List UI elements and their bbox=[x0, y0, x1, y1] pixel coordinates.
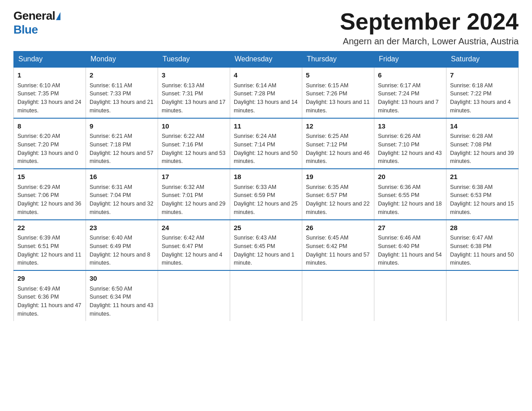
day-info: Sunrise: 6:38 AMSunset: 6:53 PMDaylight:… bbox=[450, 183, 515, 217]
day-info: Sunrise: 6:39 AMSunset: 6:51 PMDaylight:… bbox=[17, 234, 82, 267]
month-title: September 2024 bbox=[340, 9, 519, 34]
calendar-table: SundayMondayTuesdayWednesdayThursdayFrid… bbox=[13, 51, 519, 321]
day-number: 4 bbox=[234, 70, 298, 81]
calendar-cell: 2Sunrise: 6:11 AMSunset: 7:33 PMDaylight… bbox=[86, 67, 158, 118]
day-info: Sunrise: 6:28 AMSunset: 7:08 PMDaylight:… bbox=[450, 132, 515, 166]
day-info: Sunrise: 6:45 AMSunset: 6:42 PMDaylight:… bbox=[306, 234, 370, 267]
day-number: 21 bbox=[450, 172, 515, 182]
calendar-cell bbox=[230, 270, 302, 321]
calendar-cell: 26Sunrise: 6:45 AMSunset: 6:42 PMDayligh… bbox=[302, 220, 374, 271]
calendar-cell: 30Sunrise: 6:50 AMSunset: 6:34 PMDayligh… bbox=[86, 270, 158, 321]
day-info: Sunrise: 6:47 AMSunset: 6:38 PMDaylight:… bbox=[450, 234, 515, 267]
day-info: Sunrise: 6:32 AMSunset: 7:01 PMDaylight:… bbox=[162, 183, 226, 217]
calendar-cell: 15Sunrise: 6:29 AMSunset: 7:06 PMDayligh… bbox=[14, 169, 86, 220]
day-number: 12 bbox=[306, 121, 370, 132]
day-number: 11 bbox=[234, 121, 298, 132]
calendar-week-row: 22Sunrise: 6:39 AMSunset: 6:51 PMDayligh… bbox=[14, 220, 519, 271]
column-header-saturday: Saturday bbox=[446, 51, 519, 68]
calendar-cell: 16Sunrise: 6:31 AMSunset: 7:04 PMDayligh… bbox=[86, 169, 158, 220]
day-number: 13 bbox=[378, 121, 442, 132]
day-number: 30 bbox=[90, 274, 154, 284]
calendar-cell: 13Sunrise: 6:26 AMSunset: 7:10 PMDayligh… bbox=[374, 118, 446, 169]
day-number: 1 bbox=[17, 70, 82, 81]
day-info: Sunrise: 6:46 AMSunset: 6:40 PMDaylight:… bbox=[378, 234, 442, 267]
calendar-cell: 17Sunrise: 6:32 AMSunset: 7:01 PMDayligh… bbox=[158, 169, 230, 220]
day-number: 20 bbox=[378, 172, 442, 182]
calendar-cell: 8Sunrise: 6:20 AMSunset: 7:20 PMDaylight… bbox=[14, 118, 86, 169]
calendar-week-row: 29Sunrise: 6:49 AMSunset: 6:36 PMDayligh… bbox=[14, 270, 519, 321]
day-number: 9 bbox=[90, 121, 154, 132]
day-number: 18 bbox=[234, 172, 298, 182]
day-info: Sunrise: 6:22 AMSunset: 7:16 PMDaylight:… bbox=[162, 132, 226, 166]
calendar-cell bbox=[302, 270, 374, 321]
calendar-week-row: 1Sunrise: 6:10 AMSunset: 7:35 PMDaylight… bbox=[14, 67, 519, 118]
calendar-cell: 3Sunrise: 6:13 AMSunset: 7:31 PMDaylight… bbox=[158, 67, 230, 118]
day-info: Sunrise: 6:50 AMSunset: 6:34 PMDaylight:… bbox=[90, 285, 154, 318]
day-info: Sunrise: 6:21 AMSunset: 7:18 PMDaylight:… bbox=[90, 132, 154, 166]
location-subtitle: Angern an der March, Lower Austria, Aust… bbox=[340, 36, 519, 47]
day-info: Sunrise: 6:31 AMSunset: 7:04 PMDaylight:… bbox=[90, 183, 154, 217]
day-number: 24 bbox=[162, 223, 226, 233]
day-number: 2 bbox=[90, 70, 154, 81]
day-info: Sunrise: 6:49 AMSunset: 6:36 PMDaylight:… bbox=[17, 285, 82, 318]
calendar-cell: 21Sunrise: 6:38 AMSunset: 6:53 PMDayligh… bbox=[446, 169, 519, 220]
day-number: 16 bbox=[90, 172, 154, 182]
calendar-cell: 9Sunrise: 6:21 AMSunset: 7:18 PMDaylight… bbox=[86, 118, 158, 169]
day-info: Sunrise: 6:13 AMSunset: 7:31 PMDaylight:… bbox=[162, 81, 226, 115]
calendar-cell bbox=[446, 270, 519, 321]
day-number: 7 bbox=[450, 70, 515, 81]
calendar-cell: 22Sunrise: 6:39 AMSunset: 6:51 PMDayligh… bbox=[14, 220, 86, 271]
column-header-tuesday: Tuesday bbox=[158, 51, 230, 68]
day-info: Sunrise: 6:24 AMSunset: 7:14 PMDaylight:… bbox=[234, 132, 298, 166]
day-info: Sunrise: 6:15 AMSunset: 7:26 PMDaylight:… bbox=[306, 81, 370, 115]
calendar-cell: 18Sunrise: 6:33 AMSunset: 6:59 PMDayligh… bbox=[230, 169, 302, 220]
logo: General Blue bbox=[13, 9, 60, 37]
column-header-monday: Monday bbox=[86, 51, 158, 68]
day-info: Sunrise: 6:17 AMSunset: 7:24 PMDaylight:… bbox=[378, 81, 442, 115]
column-header-sunday: Sunday bbox=[14, 51, 86, 68]
column-header-friday: Friday bbox=[374, 51, 446, 68]
calendar-cell: 19Sunrise: 6:35 AMSunset: 6:57 PMDayligh… bbox=[302, 169, 374, 220]
day-number: 15 bbox=[17, 172, 82, 182]
day-number: 5 bbox=[306, 70, 370, 81]
calendar-cell: 23Sunrise: 6:40 AMSunset: 6:49 PMDayligh… bbox=[86, 220, 158, 271]
day-number: 19 bbox=[306, 172, 370, 182]
calendar-week-row: 15Sunrise: 6:29 AMSunset: 7:06 PMDayligh… bbox=[14, 169, 519, 220]
calendar-cell: 10Sunrise: 6:22 AMSunset: 7:16 PMDayligh… bbox=[158, 118, 230, 169]
day-number: 27 bbox=[378, 223, 442, 233]
day-info: Sunrise: 6:43 AMSunset: 6:45 PMDaylight:… bbox=[234, 234, 298, 267]
day-number: 23 bbox=[90, 223, 154, 233]
calendar-cell bbox=[374, 270, 446, 321]
day-number: 22 bbox=[17, 223, 82, 233]
day-number: 26 bbox=[306, 223, 370, 233]
logo-triangle-icon bbox=[56, 12, 60, 20]
day-number: 29 bbox=[17, 274, 82, 284]
calendar-cell: 20Sunrise: 6:36 AMSunset: 6:55 PMDayligh… bbox=[374, 169, 446, 220]
day-info: Sunrise: 6:35 AMSunset: 6:57 PMDaylight:… bbox=[306, 183, 370, 217]
logo-blue-text: Blue bbox=[13, 23, 38, 37]
day-info: Sunrise: 6:10 AMSunset: 7:35 PMDaylight:… bbox=[17, 81, 82, 115]
day-info: Sunrise: 6:33 AMSunset: 6:59 PMDaylight:… bbox=[234, 183, 298, 217]
calendar-cell: 1Sunrise: 6:10 AMSunset: 7:35 PMDaylight… bbox=[14, 67, 86, 118]
calendar-cell: 27Sunrise: 6:46 AMSunset: 6:40 PMDayligh… bbox=[374, 220, 446, 271]
calendar-cell: 7Sunrise: 6:18 AMSunset: 7:22 PMDaylight… bbox=[446, 67, 519, 118]
calendar-cell: 5Sunrise: 6:15 AMSunset: 7:26 PMDaylight… bbox=[302, 67, 374, 118]
calendar-week-row: 8Sunrise: 6:20 AMSunset: 7:20 PMDaylight… bbox=[14, 118, 519, 169]
calendar-cell: 24Sunrise: 6:42 AMSunset: 6:47 PMDayligh… bbox=[158, 220, 230, 271]
day-info: Sunrise: 6:25 AMSunset: 7:12 PMDaylight:… bbox=[306, 132, 370, 166]
logo-general-text: General bbox=[13, 9, 55, 23]
day-info: Sunrise: 6:18 AMSunset: 7:22 PMDaylight:… bbox=[450, 81, 515, 115]
day-number: 8 bbox=[17, 121, 82, 132]
calendar-cell: 28Sunrise: 6:47 AMSunset: 6:38 PMDayligh… bbox=[446, 220, 519, 271]
day-number: 10 bbox=[162, 121, 226, 132]
day-number: 6 bbox=[378, 70, 442, 81]
column-header-wednesday: Wednesday bbox=[230, 51, 302, 68]
day-number: 25 bbox=[234, 223, 298, 233]
day-info: Sunrise: 6:40 AMSunset: 6:49 PMDaylight:… bbox=[90, 234, 154, 267]
day-number: 3 bbox=[162, 70, 226, 81]
calendar-header-row: SundayMondayTuesdayWednesdayThursdayFrid… bbox=[14, 51, 519, 68]
day-info: Sunrise: 6:29 AMSunset: 7:06 PMDaylight:… bbox=[17, 183, 82, 217]
calendar-cell: 6Sunrise: 6:17 AMSunset: 7:24 PMDaylight… bbox=[374, 67, 446, 118]
day-info: Sunrise: 6:11 AMSunset: 7:33 PMDaylight:… bbox=[90, 81, 154, 115]
calendar-cell bbox=[158, 270, 230, 321]
